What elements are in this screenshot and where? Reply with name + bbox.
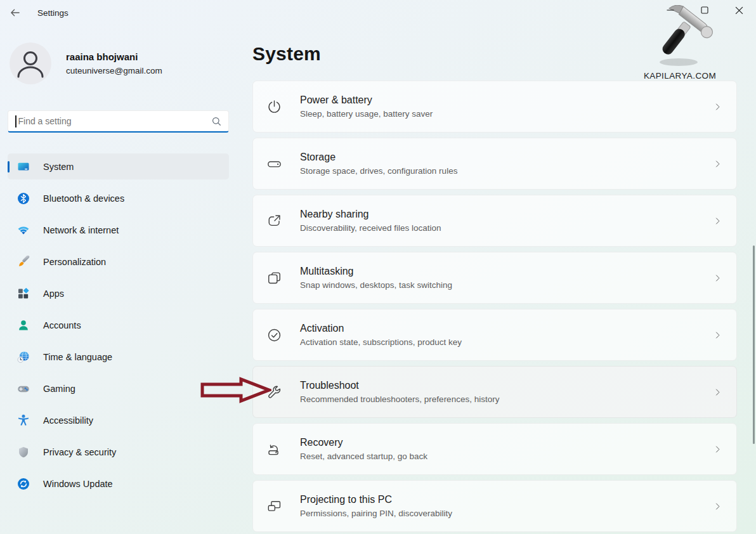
sidebar-item-accounts[interactable]: Accounts	[8, 312, 229, 338]
selected-indicator	[8, 161, 10, 173]
vertical-scrollbar-thumb[interactable]	[753, 245, 755, 444]
person-avatar-icon	[10, 42, 51, 84]
settings-card-storage[interactable]: Storage Storage space, drives, configura…	[252, 138, 737, 190]
accessibility-icon	[17, 414, 30, 427]
settings-card-projecting[interactable]: Projecting to this PC Permissions, pairi…	[252, 480, 737, 532]
chevron-right-icon	[713, 216, 722, 226]
sidebar-item-bluetooth[interactable]: Bluetooth & devices	[8, 185, 229, 211]
windows-update-icon	[17, 478, 30, 490]
nearby-icon	[266, 213, 282, 229]
bluetooth-icon	[17, 192, 30, 205]
sidebar-item-windows-update[interactable]: Windows Update	[8, 471, 229, 497]
sidebar-item-time-language[interactable]: Time & language	[8, 344, 229, 370]
troubleshoot-icon	[266, 384, 282, 400]
text-cursor	[15, 115, 16, 127]
personalization-icon	[17, 256, 30, 268]
power-battery-icon	[266, 99, 282, 115]
sidebar-item-personalization[interactable]: Personalization	[8, 249, 229, 275]
chevron-right-icon	[713, 273, 722, 283]
search-icon	[211, 116, 222, 127]
sidebar-item-privacy[interactable]: Privacy & security	[8, 439, 229, 465]
sidebar-item-gaming[interactable]: Gaming	[8, 375, 229, 401]
sidebar-item-apps[interactable]: Apps	[8, 280, 229, 306]
gaming-icon	[17, 382, 30, 395]
chevron-right-icon	[713, 102, 722, 112]
minimize-button[interactable]	[653, 0, 688, 20]
settings-card-troubleshoot[interactable]: Troubleshoot Recommended troubleshooters…	[252, 366, 737, 418]
maximize-button[interactable]	[688, 0, 722, 20]
back-arrow-icon	[10, 7, 21, 18]
recovery-icon	[266, 441, 282, 457]
back-button[interactable]	[9, 6, 22, 19]
window-controls	[653, 0, 756, 20]
app-title: Settings	[37, 8, 68, 18]
account-header: raaina bhojwani cuteuniverse@gmail.com	[10, 42, 162, 84]
page-title: System	[252, 43, 321, 65]
time-language-icon	[17, 351, 30, 363]
apps-icon	[17, 287, 30, 300]
sidebar-item-system[interactable]: System	[8, 153, 229, 179]
system-icon	[17, 160, 30, 173]
chevron-right-icon	[713, 445, 722, 454]
settings-card-nearby[interactable]: Nearby sharing Discoverability, received…	[252, 195, 737, 247]
titlebar: Settings	[9, 6, 68, 19]
minimize-icon	[667, 6, 674, 14]
close-button[interactable]	[722, 0, 756, 20]
activation-icon	[266, 327, 282, 343]
chevron-right-icon	[713, 330, 722, 340]
search-box	[8, 110, 229, 133]
sidebar-item-network[interactable]: Network & internet	[8, 217, 229, 243]
maximize-icon	[701, 6, 708, 14]
projecting-icon	[266, 498, 282, 514]
search-input[interactable]	[18, 116, 212, 126]
chevron-right-icon	[713, 387, 722, 397]
network-icon	[17, 224, 30, 237]
avatar	[10, 42, 51, 84]
multitasking-icon	[266, 270, 282, 286]
chevron-right-icon	[713, 159, 722, 169]
settings-card-activation[interactable]: Activation Activation state, subscriptio…	[252, 309, 737, 361]
settings-card-multitasking[interactable]: Multitasking Snap windows, desktops, tas…	[252, 252, 737, 304]
account-email: cuteuniverse@gmail.com	[66, 66, 162, 75]
accounts-icon	[17, 319, 30, 332]
settings-card-power-battery[interactable]: Power & battery Sleep, battery usage, ba…	[252, 81, 737, 133]
settings-card-list: Power & battery Sleep, battery usage, ba…	[252, 81, 737, 534]
storage-icon	[266, 156, 282, 172]
sidebar-nav: System Bluetooth & devices Network & int…	[8, 153, 229, 502]
close-icon	[735, 6, 743, 15]
privacy-icon	[17, 446, 30, 459]
settings-card-recovery[interactable]: Recovery Reset, advanced startup, go bac…	[252, 423, 737, 475]
chevron-right-icon	[713, 502, 722, 511]
watermark-text: KAPILARYA.COM	[635, 71, 724, 81]
account-name: raaina bhojwani	[66, 51, 162, 62]
sidebar-item-accessibility[interactable]: Accessibility	[8, 407, 229, 433]
